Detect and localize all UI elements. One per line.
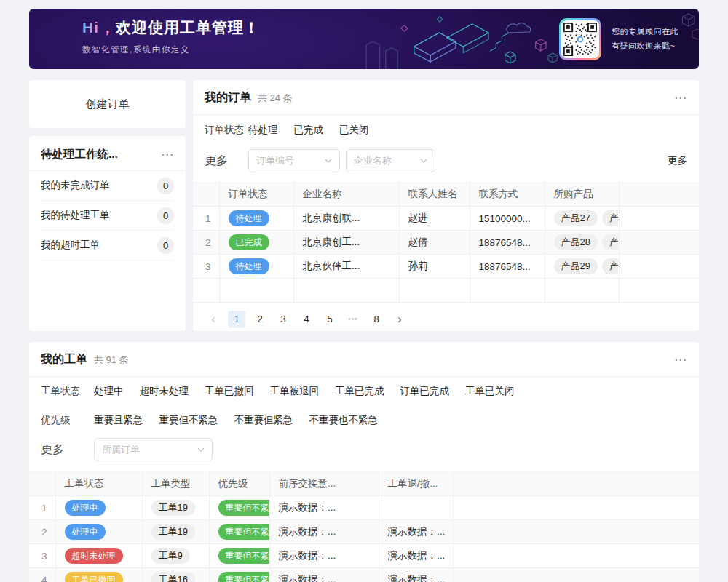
order-row[interactable]: 1 待处理 北京康创联... 赵进 15100000... 产品27产 bbox=[193, 207, 699, 231]
status-badge: 待处理 bbox=[229, 210, 269, 226]
filter-ticket-completed[interactable]: 工单已完成 bbox=[335, 385, 384, 398]
return-cell: 演示数据：... bbox=[379, 520, 453, 544]
col-ticket-status: 工单状态 bbox=[55, 472, 142, 496]
ticket-row[interactable]: 1 处理中 工单19 重要但不紧急 演示数据：... bbox=[29, 496, 699, 520]
col-products: 所购产品 bbox=[545, 183, 619, 207]
page-button[interactable]: 3 bbox=[274, 311, 292, 328]
return-cell: 演示数据：... bbox=[379, 544, 453, 568]
parent-order-select[interactable]: 所属订单 bbox=[94, 438, 213, 461]
company-cell: 北京康创工... bbox=[293, 231, 399, 255]
filter-important-urgent[interactable]: 重要且紧急 bbox=[94, 414, 143, 427]
phone-cell: 18876548... bbox=[470, 231, 545, 255]
page-button[interactable]: 4 bbox=[298, 311, 315, 328]
count-badge: 0 bbox=[157, 207, 174, 224]
stat-label: 我的未完成订单 bbox=[41, 179, 110, 192]
page-button[interactable]: 1 bbox=[228, 311, 245, 328]
col-index bbox=[29, 472, 55, 496]
order-no-select[interactable]: 订单编号 bbox=[248, 149, 340, 172]
ticket-status-filter-label: 工单状态 bbox=[41, 385, 94, 398]
orders-count: 共 24 条 bbox=[258, 92, 293, 105]
count-badge: 0 bbox=[157, 178, 174, 194]
filter-ticket-closed[interactable]: 工单已关闭 bbox=[465, 385, 515, 398]
priority-badge: 重要但不紧急 bbox=[218, 548, 270, 564]
company-select[interactable]: 企业名称 bbox=[346, 149, 435, 172]
page-button[interactable]: 5 bbox=[321, 311, 339, 328]
tickets-card-title: 我的工单 bbox=[41, 352, 87, 367]
ticket-row[interactable]: 3 超时未处理 工单9 重要但不紧急 演示数据：... 演示数据：... bbox=[29, 544, 699, 568]
filter-pending[interactable]: 待处理 bbox=[248, 124, 278, 137]
ticket-row[interactable]: 2 处理中 工单19 重要但不紧急 演示数据：... 演示数据：... bbox=[29, 520, 699, 544]
filter-not-important-urgent[interactable]: 不重要但紧急 bbox=[234, 414, 293, 427]
type-cell: 工单16 bbox=[142, 568, 209, 582]
product-pill: 产品28 bbox=[554, 234, 598, 250]
col-ticket-type: 工单类型 bbox=[142, 472, 209, 496]
status-badge: 处理中 bbox=[65, 524, 106, 540]
banner-title: Hi，欢迎使用工单管理！ bbox=[82, 17, 260, 38]
col-return: 工单退/撤... bbox=[379, 472, 453, 496]
welcome-banner: Hi，欢迎使用工单管理！ 数智化管理,系统由你定义 bbox=[29, 9, 699, 69]
pre-handover-cell: 演示数据：... bbox=[269, 520, 379, 544]
filter-not-important-not-urgent[interactable]: 不重要也不紧急 bbox=[309, 414, 379, 427]
priority-filter-row: 优先级 重要且紧急 重要但不紧急 不重要但紧急 不重要也不紧急 bbox=[29, 406, 699, 435]
products-cell: 产品29产 bbox=[545, 255, 619, 279]
my-tickets-card: 我的工单 共 91 条 ⋯ 工单状态 处理中 超时未处理 工单已撤回 工单被退回… bbox=[29, 342, 699, 582]
filter-completed[interactable]: 已完成 bbox=[294, 124, 324, 137]
orders-card-title: 我的订单 bbox=[205, 90, 251, 105]
product-pill-clipped: 产 bbox=[602, 210, 618, 226]
order-row[interactable]: 2 已完成 北京康创工... 赵倩 18876548... 产品28产 bbox=[193, 231, 699, 255]
pre-handover-cell: 演示数据：... bbox=[269, 568, 379, 582]
order-row[interactable]: 3 待处理 北京伙伴工... 孙莉 18876548... 产品29产 bbox=[193, 255, 699, 279]
filter-processing[interactable]: 处理中 bbox=[94, 385, 124, 398]
pre-handover-cell: 演示数据：... bbox=[269, 496, 379, 520]
col-phone: 联系方式 bbox=[470, 183, 545, 207]
priority-badge: 重要但不紧急 bbox=[218, 572, 270, 582]
chevron-down-icon bbox=[197, 447, 205, 452]
return-cell: 演示数据：... bbox=[379, 568, 453, 582]
workbench-page: Hi，欢迎使用工单管理！ 数智化管理,系统由你定义 bbox=[0, 0, 728, 582]
filter-closed[interactable]: 已关闭 bbox=[339, 124, 369, 137]
order-no-placeholder: 订单编号 bbox=[256, 154, 294, 167]
orders-more-link[interactable]: 更多 bbox=[668, 154, 687, 167]
count-badge: 0 bbox=[157, 237, 174, 254]
col-index bbox=[193, 183, 219, 207]
filter-returned[interactable]: 工单被退回 bbox=[270, 385, 320, 398]
contact-cell: 孙莉 bbox=[399, 255, 470, 279]
row-index: 2 bbox=[193, 231, 219, 255]
ticket-status-filter-row: 工单状态 处理中 超时未处理 工单已撤回 工单被退回 工单已完成 订单已完成 工… bbox=[29, 377, 699, 406]
page-button[interactable]: 2 bbox=[251, 311, 269, 328]
stat-item-overdue-tickets[interactable]: 我的超时工单 0 bbox=[41, 231, 174, 260]
orders-more-filter-row: 更多 订单编号 企业名称 更多 bbox=[193, 146, 699, 178]
stat-item-unfinished-orders[interactable]: 我的未完成订单 0 bbox=[41, 171, 174, 201]
more-options-icon[interactable]: ⋯ bbox=[674, 92, 687, 104]
more-filter-label: 更多 bbox=[41, 442, 94, 458]
col-company: 企业名称 bbox=[293, 183, 399, 207]
next-page-icon[interactable]: › bbox=[391, 311, 408, 328]
more-options-icon[interactable]: ⋯ bbox=[161, 148, 174, 161]
create-order-button[interactable]: 创建订单 bbox=[29, 80, 186, 128]
more-options-icon[interactable]: ⋯ bbox=[674, 354, 687, 366]
stats-card-title: 待处理工作统... bbox=[41, 147, 118, 162]
filter-order-completed[interactable]: 订单已完成 bbox=[400, 385, 450, 398]
prev-page-icon[interactable]: ‹ bbox=[205, 311, 222, 328]
col-blank bbox=[619, 183, 699, 207]
pre-handover-cell: 演示数据：... bbox=[269, 544, 379, 568]
type-pill: 工单19 bbox=[151, 500, 195, 516]
contact-cell: 赵进 bbox=[399, 207, 470, 231]
filter-overdue[interactable]: 超时未处理 bbox=[140, 385, 189, 398]
parent-order-placeholder: 所属订单 bbox=[102, 443, 140, 456]
order-status-filter-label: 订单状态 bbox=[205, 124, 248, 137]
status-badge: 已完成 bbox=[229, 234, 269, 250]
more-pages-icon[interactable]: ••• bbox=[344, 311, 362, 328]
phone-cell: 15100000... bbox=[470, 207, 545, 231]
stat-label: 我的待处理工单 bbox=[41, 209, 110, 222]
status-badge: 待处理 bbox=[229, 258, 269, 274]
qr-caption: 您的专属顾问在此 有疑问欢迎来戳~ bbox=[612, 25, 678, 53]
page-button[interactable]: 8 bbox=[368, 311, 385, 328]
filter-important-not-urgent[interactable]: 重要但不紧急 bbox=[159, 414, 218, 427]
stat-item-pending-tickets[interactable]: 我的待处理工单 0 bbox=[41, 201, 174, 231]
row-index: 3 bbox=[193, 255, 219, 279]
product-pill-clipped: 产 bbox=[602, 258, 618, 274]
col-pre-handover: 前序交接意... bbox=[269, 472, 379, 496]
ticket-row[interactable]: 4 工单已撤回 工单16 重要但不紧急 演示数据：... 演示数据：... bbox=[29, 568, 699, 582]
filter-withdrawn[interactable]: 工单已撤回 bbox=[205, 385, 254, 398]
